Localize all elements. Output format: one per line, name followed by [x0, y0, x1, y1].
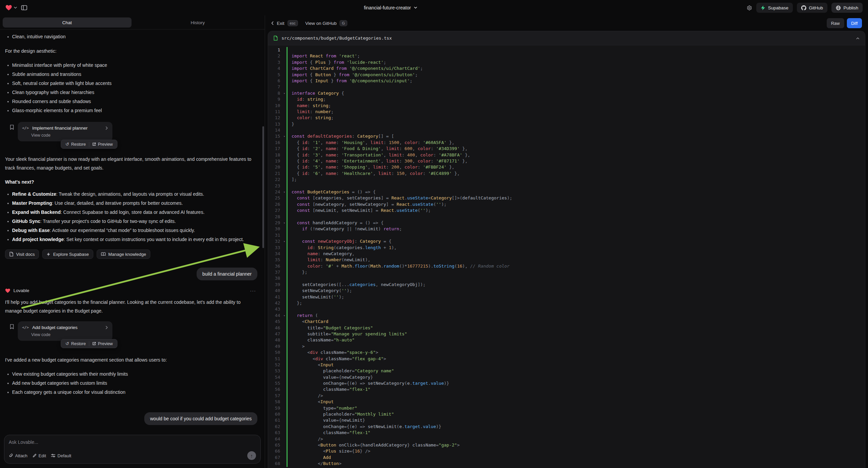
line-number: 52	[268, 362, 282, 368]
code-line: 4import ChartCard from '@/components/ui/…	[268, 65, 865, 71]
line-number: 54	[268, 374, 282, 380]
fold-chevron-icon[interactable]: ▾	[282, 189, 286, 195]
code-line: 64 />	[268, 436, 865, 442]
chevron-down-icon	[414, 6, 417, 9]
line-number: 34	[268, 251, 282, 257]
code-line: 41 setNewLimit('');	[268, 294, 865, 300]
line-number: 17	[268, 146, 282, 152]
knowledge-icon	[101, 252, 106, 256]
fold-chevron-icon[interactable]: ▾	[282, 90, 286, 96]
code-line: 28	[268, 214, 865, 220]
code-line: 31	[268, 232, 865, 238]
code-line: 23	[268, 183, 865, 189]
line-number: 8	[268, 90, 282, 96]
line-number: 13	[268, 121, 282, 127]
raw-toggle-button[interactable]: Raw	[827, 18, 844, 28]
bookmark-icon[interactable]	[10, 324, 14, 329]
document-icon	[9, 252, 13, 257]
code-editor[interactable]: 12import React from 'react';3import { Pl…	[268, 45, 865, 468]
line-number: 31	[268, 232, 282, 238]
restore-button[interactable]: ↺ Restore	[62, 341, 89, 346]
publish-label: Publish	[843, 5, 858, 10]
tool-card-implement-financial-planner[interactable]: </> Implement financial planner View cod…	[18, 122, 113, 141]
list-item: Add new budget categories with custom li…	[5, 379, 257, 388]
code-line: 66 <Plus size={16} />	[268, 448, 865, 454]
line-number: 58	[268, 399, 282, 405]
code-line: 47 subtitle="Manage your spending limits…	[268, 331, 865, 337]
edit-mode-button[interactable]: Edit	[33, 453, 46, 458]
file-path: src/components/budget/BudgetCategories.t…	[281, 36, 392, 40]
lovable-heart-icon	[5, 288, 10, 293]
chat-messages[interactable]: Clean, intuitive navigation For the desi…	[0, 30, 265, 431]
file-header[interactable]: src/components/budget/BudgetCategories.t…	[268, 31, 865, 45]
explore-supabase-button[interactable]: Explore Supabase	[42, 250, 93, 259]
fold-chevron-icon[interactable]: ▾	[282, 133, 286, 139]
toggle-sidebar-button[interactable]	[21, 5, 27, 10]
tool-card-add-budget-categories[interactable]: </> Add budget categories View code	[18, 321, 113, 341]
model-selector[interactable]: Default	[51, 453, 71, 458]
code-line: 63 className="flex-1"	[268, 430, 865, 436]
settings-button[interactable]	[747, 5, 752, 11]
lovable-heart-icon	[5, 5, 12, 11]
workspace-menu-button[interactable]	[5, 5, 17, 11]
attach-button[interactable]: Attach	[9, 453, 28, 458]
line-number: 4	[268, 65, 282, 71]
external-link-icon	[92, 142, 96, 146]
line-number: 44	[268, 313, 282, 319]
fold-chevron-icon[interactable]: ▾	[282, 313, 286, 319]
chat-input[interactable]	[9, 439, 256, 445]
restore-button[interactable]: ↺ Restore	[62, 142, 89, 147]
line-number: 43	[268, 306, 282, 312]
line-number: 9	[268, 96, 282, 103]
line-number: 55	[268, 380, 282, 386]
visit-docs-button[interactable]: Visit docs	[5, 250, 39, 259]
diff-toggle-button[interactable]: Diff	[847, 18, 862, 28]
view-code-link[interactable]: View code	[31, 133, 108, 138]
manage-knowledge-label: Manage knowledge	[108, 252, 146, 257]
fold-chevron-icon[interactable]: ▾	[282, 220, 286, 226]
supabase-button[interactable]: Supabase	[756, 3, 793, 13]
preview-label: Preview	[98, 142, 113, 147]
next-step-item: Add project knowledge: Set key context o…	[5, 235, 257, 244]
preview-button[interactable]: Preview	[89, 142, 116, 147]
line-number: 2	[268, 53, 282, 59]
topbar: financial-future-creator Supabase	[0, 0, 868, 16]
code-icon: </>	[22, 325, 29, 330]
visit-docs-label: Visit docs	[16, 252, 35, 257]
code-line: 11 limit: number;	[268, 109, 865, 115]
view-on-github-link[interactable]: View on GitHub G	[305, 20, 347, 26]
exit-button[interactable]: Exit esc	[271, 20, 298, 26]
send-button[interactable]: ↑	[247, 451, 256, 460]
line-number: 38	[268, 275, 282, 281]
lovable-app: financial-future-creator Supabase	[0, 0, 868, 468]
message-more-button[interactable]: ···	[250, 288, 256, 293]
tab-chat[interactable]: Chat	[3, 18, 131, 28]
line-number: 42	[268, 300, 282, 306]
next-steps-list: Refine & Customize: Tweak the design, an…	[5, 190, 257, 244]
chat-scrollbar-thumb[interactable]	[262, 126, 264, 248]
list-item: Each category gets a unique color for vi…	[5, 388, 257, 397]
view-code-link[interactable]: View code	[31, 332, 108, 337]
code-line: 54 value={newCategory}	[268, 374, 865, 380]
line-number: 64	[268, 436, 282, 442]
fold-chevron-icon[interactable]: ▾	[282, 238, 286, 244]
external-link-icon	[92, 342, 96, 346]
bookmark-icon[interactable]	[10, 124, 14, 130]
tab-history[interactable]: History	[133, 18, 262, 28]
code-line: 34 name: newCategory,	[268, 251, 865, 257]
line-number: 48	[268, 337, 282, 343]
github-button[interactable]: GitHub	[797, 3, 828, 13]
manage-knowledge-button[interactable]: Manage knowledge	[97, 250, 151, 259]
collapse-file-button[interactable]	[856, 37, 860, 39]
edit-label: Edit	[39, 453, 46, 458]
publish-button[interactable]: Publish	[831, 3, 863, 13]
next-step-item: Debug with Ease: Activate our experiment…	[5, 226, 257, 235]
list-item: Minimalist interface with plenty of whit…	[5, 61, 257, 70]
chevron-right-icon	[97, 126, 108, 130]
line-number: 66	[268, 448, 282, 454]
line-number: 67	[268, 455, 282, 461]
code-line: 50 <div className="space-y-6">	[268, 350, 865, 355]
preview-button[interactable]: Preview	[89, 342, 116, 346]
project-name-dropdown[interactable]: financial-future-creator	[364, 5, 417, 10]
assistant-name: Lovable	[13, 288, 29, 293]
